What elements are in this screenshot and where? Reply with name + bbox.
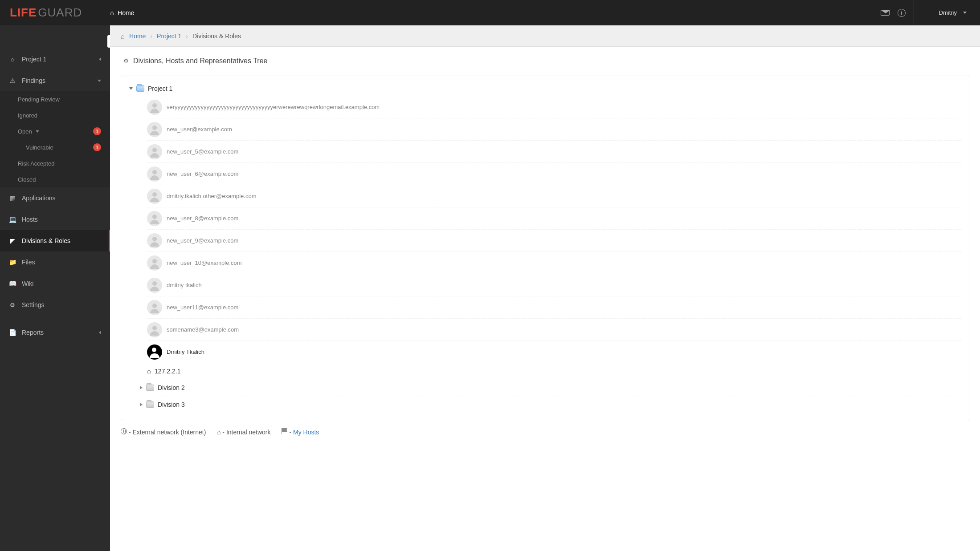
tree-user-label: new_user_10@example.com	[167, 259, 242, 266]
tree-user-label: Dmitriy Tkalich	[167, 348, 204, 355]
tree-user[interactable]: new_user_8@example.com	[147, 207, 961, 229]
sidebar-item-hosts[interactable]: 💻Hosts	[0, 209, 110, 230]
legend-sep: -	[288, 429, 293, 436]
sitemap-icon: ◤	[9, 237, 16, 244]
chevron-left-icon	[99, 331, 101, 334]
tree-user-label: new_user11@example.com	[167, 304, 238, 311]
tree-panel: Project 1 veryyyyyyyyyyyyyyyyyyyyyyyyyyy…	[121, 76, 969, 420]
folder-open-icon	[136, 85, 144, 92]
sidebar-item-reports[interactable]: 📄Reports	[0, 322, 110, 343]
folder-closed-icon	[146, 385, 154, 391]
tree-user[interactable]: new_user_9@example.com	[147, 229, 961, 251]
tree-division[interactable]: Division 2	[140, 379, 961, 396]
user-avatar-icon	[924, 8, 935, 18]
sidebar-item-project[interactable]: ⌂Project 1	[0, 49, 110, 70]
count-badge: 1	[93, 127, 101, 135]
avatar-icon	[147, 344, 162, 360]
tree-user[interactable]: somename3@example.com	[147, 318, 961, 340]
sidebar-item-files[interactable]: 📁Files	[0, 251, 110, 273]
book-icon: 📖	[9, 280, 16, 287]
chevron-down-icon	[963, 12, 967, 14]
breadcrumb: Home › Project 1 › Divisions & Roles	[110, 25, 980, 47]
sidebar-item-label: Hosts	[22, 216, 38, 223]
sidebar-item-label: Risk Accepted	[18, 160, 54, 167]
tree-user-label: dmitriy.tkalich.other@example.com	[167, 193, 257, 199]
topnav-home[interactable]: Home	[110, 9, 134, 16]
sidebar-item-applications[interactable]: ▦Applications	[0, 187, 110, 209]
flag-icon	[282, 428, 288, 434]
tree-user-self[interactable]: Dmitriy Tkalich	[147, 340, 961, 363]
chevron-right-icon: ›	[186, 32, 188, 40]
sidebar-item-label: Findings	[22, 77, 45, 84]
breadcrumb-project[interactable]: Project 1	[157, 32, 181, 40]
home-icon: ⌂	[9, 56, 16, 63]
tree-user[interactable]: dmitriy.tkalich.other@example.com	[147, 185, 961, 207]
breadcrumb-home[interactable]: Home	[129, 32, 146, 40]
chevron-down-icon	[36, 130, 39, 133]
tree-user[interactable]: new_user11@example.com	[147, 296, 961, 318]
sidebar-item-pending-review[interactable]: Pending Review	[0, 91, 110, 107]
sidebar-item-settings[interactable]: ⚙Settings	[0, 294, 110, 316]
tree-user[interactable]: new_user_10@example.com	[147, 251, 961, 274]
avatar-icon	[147, 322, 162, 337]
tree-division[interactable]: Division 3	[140, 396, 961, 413]
legend-external: - External network (Internet)	[121, 428, 206, 436]
breadcrumb-current: Divisions & Roles	[192, 32, 241, 40]
home-icon	[147, 367, 151, 375]
tree-root-label: Project 1	[148, 85, 172, 92]
sidebar-item-open[interactable]: Open 1	[0, 123, 110, 139]
tree-toggle-closed-icon[interactable]	[140, 386, 143, 389]
sidebar-item-findings[interactable]: ⚠Findings	[0, 70, 110, 91]
sidebar-item-ignored[interactable]: Ignored	[0, 107, 110, 123]
avatar-icon	[147, 300, 162, 315]
info-icon[interactable]: i	[898, 9, 906, 17]
topbar: LIFEGUARD Home i Dmitriy	[0, 0, 980, 25]
tree-toggle-open-icon[interactable]	[129, 87, 133, 90]
document-icon: 📄	[9, 329, 16, 336]
main-content: Home › Project 1 › Divisions & Roles ⚙ D…	[110, 25, 980, 551]
user-name: Dmitriy	[939, 9, 957, 16]
tree-user[interactable]: new_user_6@example.com	[147, 162, 961, 185]
mail-icon[interactable]	[881, 10, 890, 16]
avatar-icon	[147, 255, 162, 271]
sidebar-item-vulnerable[interactable]: Vulnerable 1	[0, 139, 110, 155]
cogs-icon: ⚙	[123, 57, 129, 64]
tree-host-label: 127.2.2.1	[155, 368, 180, 375]
sidebar-item-closed[interactable]: Closed	[0, 171, 110, 187]
sidebar-item-divisions[interactable]: ◤Divisions & Roles	[0, 230, 110, 251]
sidebar-item-label: Reports	[22, 329, 44, 336]
avatar-icon	[147, 122, 162, 137]
tree-host[interactable]: 127.2.2.1	[147, 363, 961, 379]
tree-user[interactable]: veryyyyyyyyyyyyyyyyyyyyyyyyyyyyyyyyyyerw…	[147, 96, 961, 118]
sidebar-item-label: Wiki	[22, 280, 33, 287]
topnav-home-label: Home	[118, 9, 134, 16]
sidebar-item-label: Closed	[18, 176, 36, 183]
legend-myhosts-link[interactable]: My Hosts	[293, 429, 319, 436]
tree-user[interactable]: dmitriy tkalich	[147, 274, 961, 296]
globe-icon	[121, 428, 127, 434]
chevron-left-icon	[99, 57, 101, 61]
brand-logo[interactable]: LIFEGUARD	[0, 6, 110, 20]
legend: - External network (Internet) - Internal…	[121, 420, 969, 436]
tree-division-label: Division 3	[158, 401, 185, 408]
sidebar-item-wiki[interactable]: 📖Wiki	[0, 273, 110, 294]
avatar-icon	[147, 144, 162, 159]
sidebar-item-risk-accepted[interactable]: Risk Accepted	[0, 155, 110, 171]
tree-user-label: new_user_6@example.com	[167, 170, 238, 177]
sidebar-findings-submenu: Pending Review Ignored Open 1 Vulnerable…	[0, 91, 110, 187]
folder-closed-icon	[146, 401, 154, 408]
tree-user[interactable]: new_user@example.com	[147, 118, 961, 140]
avatar-icon	[147, 100, 162, 115]
avatar-icon	[147, 278, 162, 293]
user-menu[interactable]: Dmitriy	[914, 0, 967, 25]
sidebar-item-label: Settings	[22, 301, 45, 308]
brand-part1: LIFE	[10, 6, 37, 20]
chevron-right-icon: ›	[150, 32, 152, 40]
tree-division-label: Division 2	[158, 384, 185, 391]
tree-user[interactable]: new_user_5@example.com	[147, 140, 961, 162]
tree-root[interactable]: Project 1	[129, 81, 961, 96]
count-badge: 1	[93, 143, 101, 151]
chevron-down-icon	[98, 80, 101, 82]
tree-toggle-closed-icon[interactable]	[140, 403, 143, 406]
legend-internal-text: - Internal network	[220, 429, 270, 436]
